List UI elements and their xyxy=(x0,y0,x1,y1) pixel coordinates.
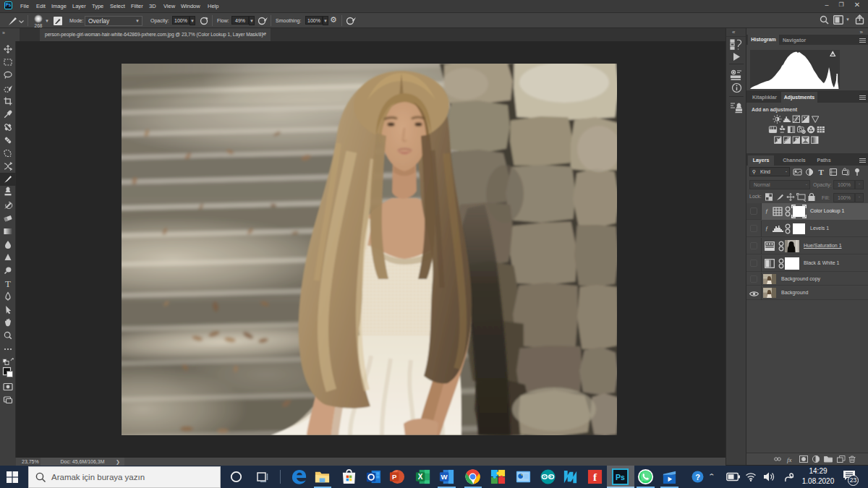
svg-text:X: X xyxy=(418,473,423,481)
svg-text:?: ? xyxy=(695,473,700,481)
svg-text:f: f xyxy=(593,471,597,483)
svg-text:Ps: Ps xyxy=(616,473,625,481)
svg-text:W: W xyxy=(441,473,448,481)
svg-text:T: T xyxy=(5,278,11,289)
svg-text:fx: fx xyxy=(787,456,792,463)
svg-text:P: P xyxy=(392,473,397,481)
svg-text:T: T xyxy=(819,168,825,176)
